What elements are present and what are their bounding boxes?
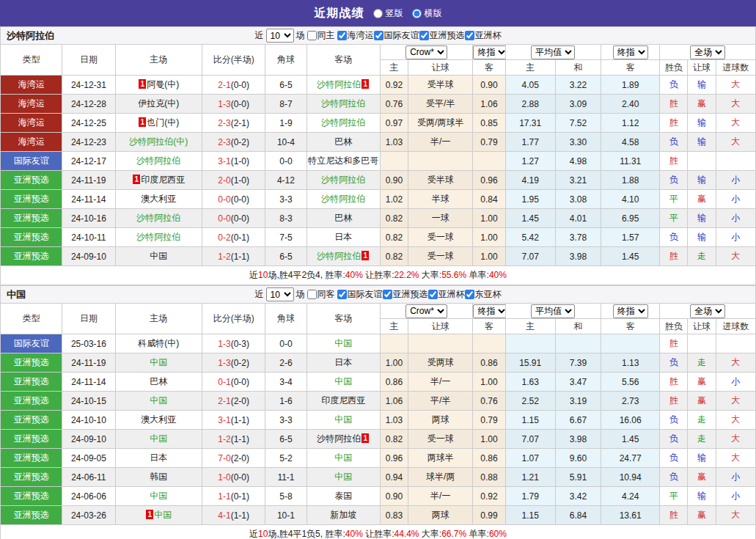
avg-home-cell: 1.15 xyxy=(505,411,555,430)
full-match-select[interactable]: 全场 xyxy=(690,45,725,59)
checkbox-icon[interactable] xyxy=(465,290,474,299)
odds-home-cell: 0.90 xyxy=(380,171,408,190)
checkbox-icon[interactable] xyxy=(307,290,317,299)
score-cell: 1-0(0-0) xyxy=(202,468,265,487)
type-cell: 亚洲预选 xyxy=(1,411,62,430)
col-date: 日期 xyxy=(62,45,115,76)
date-cell: 24-09-10 xyxy=(62,430,115,449)
recent-count-select[interactable]: 10 xyxy=(266,29,294,43)
handicap-cell: 半/一 xyxy=(408,133,473,152)
layout-vertical-radio[interactable]: 竖版 xyxy=(373,7,403,20)
corner-cell: 3-3 xyxy=(265,190,307,209)
checkbox-icon[interactable] xyxy=(307,31,317,40)
odds-home-cell: 1.02 xyxy=(380,190,408,209)
col-corner: 角球 xyxy=(265,45,307,76)
home-cell: 中国 xyxy=(115,392,202,411)
games-label: 场 xyxy=(296,29,305,42)
type-cell: 亚洲预选 xyxy=(1,190,62,209)
result-cell: 胜 xyxy=(660,247,688,266)
odds-away-cell: 0.84 xyxy=(473,190,505,209)
avg-home-cell: 1.45 xyxy=(505,209,555,228)
date-cell: 24-03-26 xyxy=(62,506,115,525)
type-cell: 亚洲预选 xyxy=(1,392,62,411)
layout-horizontal-radio[interactable]: 横版 xyxy=(412,7,442,20)
type-cell: 海湾运 xyxy=(1,114,62,133)
away-cell: 中国 xyxy=(307,373,380,392)
handicap-cell: 受平/半 xyxy=(408,95,473,114)
red-card-badge: 1 xyxy=(139,117,146,127)
col-home-odds: 主 xyxy=(380,60,408,76)
checkbox-icon[interactable] xyxy=(337,31,347,40)
handicap-cell: 受一球 xyxy=(408,247,473,266)
handicap-result-cell xyxy=(688,334,716,353)
recent-count-select[interactable]: 10 xyxy=(266,287,294,301)
team-name: 中国 xyxy=(7,288,26,301)
corner-cell: 4-12 xyxy=(265,171,307,190)
match-row: 国际友谊24-12-17沙特阿拉伯3-1(1-0)0-0特立尼达和多巴哥1.27… xyxy=(1,152,756,171)
match-row: 亚洲预选24-06-06中国1-1(0-1)5-8泰国0.90半/一0.921.… xyxy=(1,487,756,506)
same-venue-checkbox[interactable]: 同客 xyxy=(307,288,335,301)
checkbox-icon[interactable] xyxy=(383,290,392,299)
type-cell: 亚洲预选 xyxy=(1,353,62,373)
odds-away-cell: 1.00 xyxy=(473,430,505,449)
checkbox-icon[interactable] xyxy=(428,290,438,299)
bookmaker-select[interactable]: Crow* xyxy=(405,45,447,59)
type-cell: 亚洲预选 xyxy=(1,430,62,449)
avg-away-cell: 4.10 xyxy=(601,190,660,209)
average-select[interactable]: 平均值 xyxy=(531,45,575,59)
final-odds-select-2[interactable]: 终指 xyxy=(613,304,648,318)
bookmaker-select[interactable]: Crow* xyxy=(405,304,447,318)
checkbox-icon[interactable] xyxy=(465,31,474,40)
col-score: 比分(半场) xyxy=(202,304,265,334)
handicap-cell: 受半球 xyxy=(408,171,473,190)
col-type: 类型 xyxy=(1,45,62,76)
col-date: 日期 xyxy=(62,304,115,334)
filter-checkbox[interactable]: 海湾运 xyxy=(337,29,374,42)
radio-icon[interactable] xyxy=(412,9,422,18)
date-cell: 25-03-16 xyxy=(62,334,115,353)
filter-bar: 近 10 场 同客 国际友谊亚洲预选亚洲杯东亚杯 xyxy=(255,287,502,301)
filter-checkbox[interactable]: 亚洲预选 xyxy=(383,288,428,301)
col-handicap-result: 让球 xyxy=(688,60,716,76)
type-cell: 国际友谊 xyxy=(1,152,62,171)
filter-checkbox[interactable]: 东亚杯 xyxy=(465,288,502,301)
checkbox-icon[interactable] xyxy=(374,31,383,40)
filter-checkbox[interactable]: 国际友谊 xyxy=(337,288,383,301)
handicap-result-cell: 走 xyxy=(688,247,716,266)
date-cell: 24-10-11 xyxy=(62,228,115,247)
col-away-odds: 客 xyxy=(473,60,505,76)
avg-home-cell: 1.95 xyxy=(505,190,555,209)
avg-away-cell: 16.06 xyxy=(601,411,660,430)
full-match-select[interactable]: 全场 xyxy=(690,304,725,318)
col-away: 客场 xyxy=(307,45,380,76)
odds-home-cell: 0.96 xyxy=(380,449,408,468)
final-odds-select[interactable]: 终指 xyxy=(473,304,505,318)
filter-checkbox[interactable]: 国际友谊 xyxy=(374,29,419,42)
date-cell: 24-11-14 xyxy=(62,373,115,392)
same-venue-checkbox[interactable]: 同主 xyxy=(307,29,335,42)
goals-cell: 大 xyxy=(716,76,755,95)
filter-checkbox[interactable]: 亚洲杯 xyxy=(465,29,502,42)
score-cell: 1-3(0-0) xyxy=(202,95,265,114)
checkbox-icon[interactable] xyxy=(337,290,347,299)
filter-checkbox[interactable]: 亚洲杯 xyxy=(428,288,465,301)
handicap-cell: 受两/两球半 xyxy=(408,114,473,133)
away-cell: 新加坡 xyxy=(307,506,380,525)
average-select[interactable]: 平均值 xyxy=(531,304,575,318)
goals-cell: 小 xyxy=(716,209,755,228)
radio-icon[interactable] xyxy=(373,9,383,18)
odds-home-cell: 0.86 xyxy=(380,373,408,392)
type-cell: 亚洲预选 xyxy=(1,373,62,392)
final-odds-select-2[interactable]: 终指 xyxy=(613,45,648,59)
checkbox-icon[interactable] xyxy=(419,31,429,40)
date-cell: 24-10-16 xyxy=(62,209,115,228)
odds-home-cell: 0.94 xyxy=(380,468,408,487)
result-cell: 负 xyxy=(660,228,688,247)
avg-away-cell: 13.61 xyxy=(601,506,660,525)
col-avg-away: 客 xyxy=(601,319,660,334)
final-odds-select[interactable]: 终指 xyxy=(473,45,505,59)
avg-away-cell: 1.45 xyxy=(601,247,660,266)
filter-checkbox[interactable]: 亚洲预选 xyxy=(419,29,465,42)
match-row: 海湾运24-12-23沙特阿拉伯(中)2-3(0-2)10-4巴林1.03半/一… xyxy=(1,133,756,152)
result-cell: 胜 xyxy=(660,506,688,525)
